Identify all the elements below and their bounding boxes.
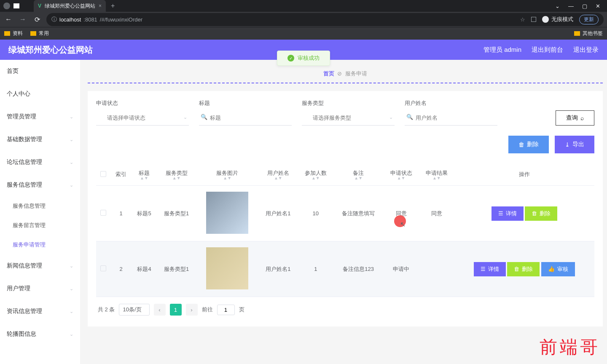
page-number-button[interactable]: 1 [170,304,182,316]
cell-note: 备注信息123 [333,241,383,297]
incognito-icon [542,16,549,23]
sidebar-forum[interactable]: 论坛信息管理⌄ [0,151,80,174]
sidebar-sub-service-apply[interactable]: 服务申请管理 [0,235,80,254]
chevron-down-icon: ⌄ [70,137,73,142]
col-index[interactable]: 索引 [110,163,132,186]
bookmark-folder-2[interactable]: 常用 [30,30,49,37]
star-icon[interactable]: ☆ [520,16,525,23]
cell-index: 2 [110,241,132,297]
incognito-badge: 无痕模式 [542,16,573,23]
table-row: 1 标题5 服务类型1 用户姓名1 10 备注随意填写 同意 同意 ☰详情 🗑删… [96,186,594,241]
col-type[interactable]: 服务类型▲▼ [157,163,196,186]
col-img[interactable]: 服务图片 ▲▼ [196,163,258,186]
close-tab-icon[interactable]: × [99,3,102,9]
sort-icon: ▲▼ [261,177,295,179]
url-path: /#/fuwuxinxiOrder [100,16,142,23]
maximize-icon[interactable]: ▢ [582,3,587,9]
row-checkbox[interactable] [100,265,106,271]
exit-to-front-link[interactable]: 退出到前台 [532,46,563,54]
chevron-down-icon[interactable]: ⌄ [555,3,560,9]
data-table: 索引 标题 ▲▼ 服务类型▲▼ 服务图片 ▲▼ 用户姓名▲▼ 参加人数▲▼ 备注… [96,163,594,297]
sidebar-news[interactable]: 新闻信息管理⌄ [0,254,80,277]
browser-chrome: V 绿城郑州爱心公益网站 × + ⌄ — ▢ ✕ ← → ⟳ ⓘ localho… [0,0,607,40]
app-title: 绿城郑州爱心公益网站 [8,44,93,56]
col-note[interactable]: 备注 ▲▼ [333,163,383,186]
col-count[interactable]: 参加人数▲▼ [298,163,333,186]
sidebar-sub-service-msg[interactable]: 服务留言管理 [0,216,80,235]
address-bar: ← → ⟳ ⓘ localhost:8081/#/fuwuxinxiOrder … [0,12,607,27]
detail-button[interactable]: ☰详情 [474,262,506,276]
cell-count: 1 [298,241,333,297]
logout-link[interactable]: 退出登录 [573,46,599,54]
service-image[interactable] [206,247,248,289]
page-size-select[interactable]: 10条/页 [119,304,149,316]
folder-icon [30,31,36,36]
check-icon: ✓ [287,55,294,62]
goto-page-input[interactable] [217,305,235,315]
filter-type-label: 服务类型 [302,99,395,107]
table-row: 2 标题4 服务类型1 用户姓名1 1 备注信息123 申请中 ↖ [96,241,594,297]
minimize-icon[interactable]: — [568,3,574,9]
col-status[interactable]: 申请状态▲▼ [383,163,419,186]
close-window-icon[interactable]: ✕ [596,3,600,9]
sidebar-info[interactable]: 资讯信息管理⌄ [0,300,80,323]
service-image[interactable] [206,192,248,234]
sidebar-base[interactable]: 基础数据管理⌄ [0,128,80,151]
filter-user-input[interactable] [405,110,497,126]
query-button[interactable]: 查询 ⌕ [556,110,594,126]
trash-icon: 🗑 [518,141,524,148]
filter-user-label: 用户姓名 [405,99,497,107]
toast-message: 审核成功 [298,54,320,62]
sort-icon: ▲▼ [336,177,381,179]
forward-button[interactable]: → [18,16,28,23]
col-result[interactable]: 申请结果▲▼ [419,163,454,186]
sidebar-service[interactable]: 服务信息管理⌄ [0,174,80,196]
extensions-icon[interactable] [531,17,536,22]
cell-status: 申请中 [393,266,409,272]
filter-title-input[interactable] [199,110,292,126]
sidebar-users[interactable]: 用户管理⌄ [0,277,80,300]
download-icon: ⤓ [565,141,570,148]
site-info-icon[interactable]: ⓘ [51,16,57,23]
reload-button[interactable]: ⟳ [32,16,42,24]
sidebar-sub-service-info[interactable]: 服务信息管理 [0,196,80,216]
update-button[interactable]: 更新 [579,15,599,24]
vue-favicon-icon: V [38,3,41,9]
url-input[interactable]: ⓘ localhost:8081/#/fuwuxinxiOrder ☆ 无痕模式… [46,13,604,26]
browser-tab[interactable]: V 绿城郑州爱心公益网站 × [34,0,106,12]
export-button[interactable]: ⤓导出 [555,136,594,153]
bulk-delete-button[interactable]: 🗑删除 [508,136,549,153]
sort-icon: ▲▼ [386,177,416,179]
filter-type-select[interactable] [302,110,395,126]
tab-leading [0,3,34,9]
goto-label-suf: 页 [239,306,244,313]
next-page-button[interactable]: › [186,304,198,316]
select-all-checkbox[interactable] [100,171,106,177]
breadcrumb: 首页 ⊘ 服务申请 [88,67,603,83]
back-button[interactable]: ← [3,16,13,23]
breadcrumb-home[interactable]: 首页 [323,70,334,77]
cell-status: 同意 [383,186,419,241]
detail-button[interactable]: ☰详情 [492,206,524,221]
sidebar-personal[interactable]: 个人中心 [0,83,80,105]
search-icon: ⌕ [580,115,584,121]
audit-button[interactable]: 👍审核 [541,262,575,276]
sort-icon: ▲▼ [134,177,154,179]
delete-button[interactable]: 🗑删除 [525,206,557,221]
delete-button[interactable]: 🗑删除 [507,262,540,276]
chevron-down-icon: ⌄ [70,160,73,165]
chevron-down-icon: ⌄ [70,114,73,120]
other-bookmarks[interactable]: 其他书签 [574,30,603,37]
filter-status-select[interactable] [96,110,189,126]
sidebar-admin[interactable]: 管理员管理⌄ [0,105,80,128]
new-tab-button[interactable]: + [106,2,120,10]
row-checkbox[interactable] [100,210,106,216]
prev-page-button[interactable]: ‹ [154,304,166,316]
sidebar-home[interactable]: 首页 [0,60,80,83]
cell-index: 1 [110,186,132,241]
sidebar-carousel[interactable]: 轮播图信息⌄ [0,323,80,345]
col-title[interactable]: 标题 ▲▼ [132,163,157,186]
bookmark-folder-1[interactable]: 资料 [4,30,23,37]
col-user[interactable]: 用户姓名▲▼ [258,163,298,186]
app-header: 绿城郑州爱心公益网站 管理员 admin 退出到前台 退出登录 ✓ 审核成功 [0,40,607,60]
